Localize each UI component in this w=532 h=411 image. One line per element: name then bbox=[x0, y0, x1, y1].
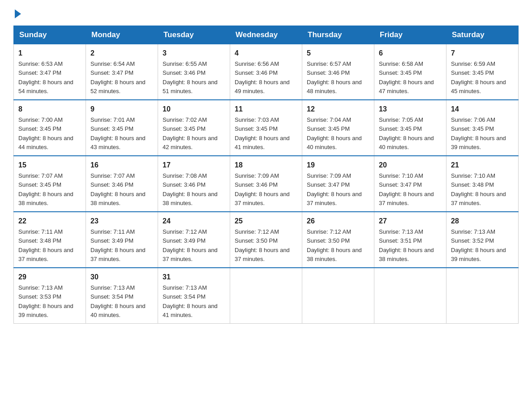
day-daylight: Daylight: 8 hours and 45 minutes. bbox=[451, 79, 506, 94]
calendar-cell: 16 Sunrise: 7:07 AM Sunset: 3:46 PM Dayl… bbox=[86, 156, 158, 212]
day-sunset: Sunset: 3:51 PM bbox=[379, 237, 422, 244]
day-number: 4 bbox=[235, 48, 297, 59]
calendar-cell: 20 Sunrise: 7:10 AM Sunset: 3:47 PM Dayl… bbox=[374, 156, 446, 212]
header-tuesday: Tuesday bbox=[158, 26, 230, 44]
calendar-cell: 22 Sunrise: 7:11 AM Sunset: 3:48 PM Dayl… bbox=[14, 212, 86, 268]
calendar-week-row: 15 Sunrise: 7:07 AM Sunset: 3:45 PM Dayl… bbox=[14, 156, 519, 212]
day-sunset: Sunset: 3:45 PM bbox=[379, 125, 422, 132]
day-sunset: Sunset: 3:45 PM bbox=[18, 181, 61, 188]
calendar-cell: 2 Sunrise: 6:54 AM Sunset: 3:47 PM Dayli… bbox=[86, 44, 158, 100]
day-sunrise: Sunrise: 6:53 AM bbox=[18, 60, 63, 67]
day-sunrise: Sunrise: 7:12 AM bbox=[235, 228, 279, 235]
day-number: 9 bbox=[90, 104, 153, 115]
day-sunrise: Sunrise: 7:09 AM bbox=[307, 172, 351, 179]
day-daylight: Daylight: 8 hours and 38 minutes. bbox=[163, 191, 218, 206]
day-sunrise: Sunrise: 7:13 AM bbox=[379, 228, 423, 235]
day-sunset: Sunset: 3:47 PM bbox=[307, 181, 350, 188]
day-sunset: Sunset: 3:45 PM bbox=[307, 125, 350, 132]
header-sunday: Sunday bbox=[14, 26, 86, 44]
day-number: 30 bbox=[90, 272, 153, 283]
calendar-cell: 17 Sunrise: 7:08 AM Sunset: 3:46 PM Dayl… bbox=[158, 156, 230, 212]
day-number: 2 bbox=[90, 48, 153, 59]
day-sunrise: Sunrise: 7:13 AM bbox=[18, 284, 63, 291]
day-number: 1 bbox=[18, 48, 81, 59]
day-sunrise: Sunrise: 7:06 AM bbox=[451, 116, 495, 123]
day-sunset: Sunset: 3:45 PM bbox=[379, 69, 422, 76]
day-number: 22 bbox=[18, 216, 81, 227]
day-daylight: Daylight: 8 hours and 52 minutes. bbox=[90, 79, 146, 94]
day-sunset: Sunset: 3:45 PM bbox=[235, 125, 278, 132]
day-sunrise: Sunrise: 7:10 AM bbox=[451, 172, 495, 179]
day-number: 19 bbox=[307, 160, 369, 171]
calendar-cell: 15 Sunrise: 7:07 AM Sunset: 3:45 PM Dayl… bbox=[14, 156, 86, 212]
day-sunset: Sunset: 3:50 PM bbox=[307, 237, 350, 244]
day-number: 31 bbox=[163, 272, 225, 283]
calendar-cell: 24 Sunrise: 7:12 AM Sunset: 3:49 PM Dayl… bbox=[158, 212, 230, 268]
day-sunrise: Sunrise: 7:12 AM bbox=[307, 228, 351, 235]
calendar-week-row: 8 Sunrise: 7:00 AM Sunset: 3:45 PM Dayli… bbox=[14, 100, 519, 156]
day-daylight: Daylight: 8 hours and 37 minutes. bbox=[163, 247, 218, 262]
day-daylight: Daylight: 8 hours and 41 minutes. bbox=[235, 135, 290, 150]
calendar-week-row: 1 Sunrise: 6:53 AM Sunset: 3:47 PM Dayli… bbox=[14, 44, 519, 100]
day-daylight: Daylight: 8 hours and 39 minutes. bbox=[18, 303, 73, 318]
day-daylight: Daylight: 8 hours and 54 minutes. bbox=[18, 79, 73, 94]
day-sunrise: Sunrise: 6:58 AM bbox=[379, 60, 423, 67]
day-sunset: Sunset: 3:46 PM bbox=[235, 69, 278, 76]
day-sunrise: Sunrise: 7:05 AM bbox=[379, 116, 423, 123]
day-daylight: Daylight: 8 hours and 37 minutes. bbox=[235, 191, 290, 206]
day-number: 27 bbox=[379, 216, 442, 227]
calendar-cell: 29 Sunrise: 7:13 AM Sunset: 3:53 PM Dayl… bbox=[14, 268, 86, 324]
day-sunset: Sunset: 3:46 PM bbox=[90, 181, 133, 188]
day-sunset: Sunset: 3:47 PM bbox=[90, 69, 133, 76]
day-sunrise: Sunrise: 6:57 AM bbox=[307, 60, 351, 67]
calendar-cell bbox=[446, 268, 519, 324]
calendar-cell: 28 Sunrise: 7:13 AM Sunset: 3:52 PM Dayl… bbox=[446, 212, 519, 268]
day-sunset: Sunset: 3:46 PM bbox=[235, 181, 278, 188]
calendar-cell: 14 Sunrise: 7:06 AM Sunset: 3:45 PM Dayl… bbox=[446, 100, 519, 156]
day-sunset: Sunset: 3:54 PM bbox=[90, 293, 133, 300]
logo-arrow-icon bbox=[15, 9, 21, 18]
day-number: 29 bbox=[18, 272, 81, 283]
day-number: 15 bbox=[18, 160, 81, 171]
day-daylight: Daylight: 8 hours and 37 minutes. bbox=[307, 191, 362, 206]
day-daylight: Daylight: 8 hours and 40 minutes. bbox=[307, 135, 362, 150]
day-sunrise: Sunrise: 7:11 AM bbox=[90, 228, 135, 235]
day-daylight: Daylight: 8 hours and 38 minutes. bbox=[18, 191, 73, 206]
calendar-week-row: 22 Sunrise: 7:11 AM Sunset: 3:48 PM Dayl… bbox=[14, 212, 519, 268]
day-number: 23 bbox=[90, 216, 153, 227]
day-daylight: Daylight: 8 hours and 37 minutes. bbox=[18, 247, 73, 262]
day-number: 13 bbox=[379, 104, 442, 115]
day-sunrise: Sunrise: 6:54 AM bbox=[90, 60, 135, 67]
calendar-cell: 26 Sunrise: 7:12 AM Sunset: 3:50 PM Dayl… bbox=[302, 212, 374, 268]
day-sunset: Sunset: 3:50 PM bbox=[235, 237, 278, 244]
day-sunset: Sunset: 3:47 PM bbox=[18, 69, 61, 76]
calendar-cell: 10 Sunrise: 7:02 AM Sunset: 3:45 PM Dayl… bbox=[158, 100, 230, 156]
day-sunset: Sunset: 3:45 PM bbox=[451, 125, 494, 132]
day-sunrise: Sunrise: 7:03 AM bbox=[235, 116, 279, 123]
calendar-cell: 5 Sunrise: 6:57 AM Sunset: 3:46 PM Dayli… bbox=[302, 44, 374, 100]
day-daylight: Daylight: 8 hours and 41 minutes. bbox=[163, 303, 218, 318]
day-number: 20 bbox=[379, 160, 442, 171]
day-daylight: Daylight: 8 hours and 42 minutes. bbox=[163, 135, 218, 150]
calendar-cell: 9 Sunrise: 7:01 AM Sunset: 3:45 PM Dayli… bbox=[86, 100, 158, 156]
header-saturday: Saturday bbox=[446, 26, 519, 44]
day-number: 11 bbox=[235, 104, 297, 115]
day-number: 28 bbox=[451, 216, 514, 227]
day-daylight: Daylight: 8 hours and 39 minutes. bbox=[451, 135, 506, 150]
day-number: 3 bbox=[163, 48, 225, 59]
day-sunrise: Sunrise: 6:56 AM bbox=[235, 60, 279, 67]
day-sunrise: Sunrise: 7:00 AM bbox=[18, 116, 63, 123]
day-sunrise: Sunrise: 7:13 AM bbox=[163, 284, 207, 291]
day-sunrise: Sunrise: 7:08 AM bbox=[163, 172, 207, 179]
day-daylight: Daylight: 8 hours and 40 minutes. bbox=[90, 303, 146, 318]
day-daylight: Daylight: 8 hours and 48 minutes. bbox=[307, 79, 362, 94]
day-number: 10 bbox=[163, 104, 225, 115]
day-sunset: Sunset: 3:46 PM bbox=[307, 69, 350, 76]
day-number: 14 bbox=[451, 104, 514, 115]
day-number: 16 bbox=[90, 160, 153, 171]
day-number: 12 bbox=[307, 104, 369, 115]
day-sunset: Sunset: 3:45 PM bbox=[90, 125, 133, 132]
day-sunrise: Sunrise: 7:09 AM bbox=[235, 172, 279, 179]
calendar-cell: 18 Sunrise: 7:09 AM Sunset: 3:46 PM Dayl… bbox=[230, 156, 302, 212]
day-sunset: Sunset: 3:46 PM bbox=[163, 69, 206, 76]
